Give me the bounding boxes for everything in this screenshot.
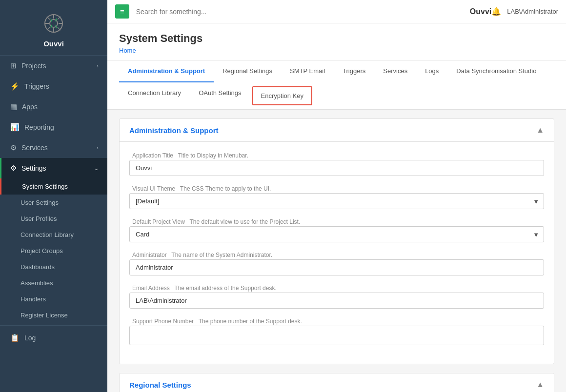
tab-encryption-key[interactable]: Encryption Key — [252, 86, 312, 105]
settings-arrow: ⌄ — [94, 165, 99, 172]
email-address-input[interactable] — [129, 293, 544, 309]
reporting-icon: 📊 — [10, 123, 20, 132]
topbar-right: 🔔 LAB\Administrator — [491, 7, 558, 16]
tab-oauth-settings[interactable]: OAuth Settings — [190, 82, 250, 109]
content: System Settings Home Administration & Su… — [107, 23, 566, 392]
main-area: ≡ Ouvvi 🔔 LAB\Administrator System Setti… — [107, 0, 566, 392]
triggers-icon: ⚡ — [10, 82, 20, 91]
log-icon: 📋 — [10, 333, 20, 342]
settings-icon: ⚙ — [10, 164, 17, 173]
content-header: System Settings Home — [107, 23, 566, 60]
field-default-project-view: Default Project View The default view to… — [129, 218, 544, 242]
regional-settings-panel-header: Regional Settings ▲ — [120, 373, 554, 392]
sidebar-sub-item-project-groups[interactable]: Project Groups — [0, 243, 107, 259]
tab-admin-support[interactable]: Administration & Support — [119, 60, 214, 82]
services-arrow: › — [97, 145, 99, 151]
regional-collapse-icon[interactable]: ▲ — [536, 380, 544, 389]
search-input[interactable] — [136, 8, 470, 16]
field-email-address-label: Email Address The email address of the S… — [129, 284, 544, 292]
sidebar-nav-item-triggers[interactable]: ⚡ Triggers — [0, 76, 107, 97]
default-project-view-wrapper: Card List Grid ▼ — [129, 226, 544, 242]
visual-ui-theme-select[interactable]: [Default] Dark Light Blue — [129, 193, 544, 209]
notification-icon[interactable]: 🔔 — [491, 7, 501, 16]
tab-triggers[interactable]: Triggers — [334, 60, 374, 82]
tabs-container: Administration & Support Regional Settin… — [107, 60, 566, 110]
sidebar-sub-item-connection-library[interactable]: Connection Library — [0, 227, 107, 243]
field-visual-ui-theme-label: Visual UI Theme The CSS Theme to apply t… — [129, 185, 544, 192]
sidebar-sub-item-handlers[interactable]: Handlers — [0, 291, 107, 307]
sidebar-sub-item-register-license[interactable]: Register License — [0, 307, 107, 323]
tab-logs[interactable]: Logs — [416, 60, 447, 82]
field-support-phone: Support Phone Number The phone number of… — [129, 317, 544, 345]
field-email-address: Email Address The email address of the S… — [129, 284, 544, 309]
field-default-project-view-label: Default Project View The default view to… — [129, 218, 544, 225]
tab-smtp-email[interactable]: SMTP Email — [281, 60, 334, 82]
field-visual-ui-theme: Visual UI Theme The CSS Theme to apply t… — [129, 185, 544, 209]
field-administrator-label: Administrator The name of the System Adm… — [129, 251, 544, 258]
svg-point-1 — [50, 20, 58, 27]
collapse-icon[interactable]: ▲ — [536, 126, 544, 135]
projects-arrow: › — [97, 63, 99, 69]
field-app-title: Application Title Title to Display in Me… — [129, 152, 544, 176]
breadcrumb: Home — [119, 47, 554, 54]
app-title-input[interactable] — [129, 160, 544, 176]
panel-header: Administration & Support ▲ — [120, 119, 554, 142]
tab-regional-settings[interactable]: Regional Settings — [214, 60, 281, 82]
sidebar-sub-item-system-settings[interactable]: System Settings — [0, 178, 107, 195]
app-logo-icon — [40, 10, 67, 37]
sidebar-sub-item-user-profiles[interactable]: User Profiles — [0, 211, 107, 227]
services-icon: ⚙ — [10, 143, 17, 152]
tab-services[interactable]: Services — [374, 60, 416, 82]
sidebar-logo: Ouvvi — [0, 0, 107, 56]
regional-settings-panel-title: Regional Settings — [129, 381, 191, 389]
panel-body: Application Title Title to Display in Me… — [120, 142, 554, 364]
administrator-input[interactable] — [129, 259, 544, 275]
page-title: System Settings — [119, 32, 554, 45]
tab-connection-library[interactable]: Connection Library — [119, 82, 190, 109]
sidebar-sub-item-assemblies[interactable]: Assemblies — [0, 275, 107, 291]
sidebar-nav-item-apps[interactable]: ▦ Apps — [0, 97, 107, 117]
topbar: ≡ Ouvvi 🔔 LAB\Administrator — [107, 0, 566, 23]
menu-button[interactable]: ≡ — [115, 4, 129, 19]
sidebar: Ouvvi ⊞ Projects › ⚡ Triggers ▦ Apps 📊 R… — [0, 0, 107, 392]
sidebar-nav-item-reporting[interactable]: 📊 Reporting — [0, 117, 107, 137]
field-support-phone-label: Support Phone Number The phone number of… — [129, 317, 544, 325]
visual-ui-theme-wrapper: [Default] Dark Light Blue ▼ — [129, 193, 544, 209]
sidebar-sub-item-user-settings[interactable]: User Settings — [0, 195, 107, 211]
field-administrator: Administrator The name of the System Adm… — [129, 251, 544, 275]
apps-icon: ▦ — [10, 102, 17, 111]
app-name: Ouvvi — [43, 39, 64, 48]
regional-settings-panel: Regional Settings ▲ — [119, 373, 554, 392]
admin-support-panel-title: Administration & Support — [129, 126, 219, 135]
field-app-title-label: Application Title Title to Display in Me… — [129, 152, 544, 159]
admin-support-panel: Administration & Support ▲ Application T… — [119, 118, 554, 364]
sidebar-nav-item-log[interactable]: 📋 Log — [0, 328, 107, 348]
default-project-view-select[interactable]: Card List Grid — [129, 226, 544, 242]
sidebar-nav-item-settings[interactable]: ⚙ Settings ⌄ — [0, 158, 107, 178]
sidebar-sub-item-dashboards[interactable]: Dashboards — [0, 259, 107, 275]
sidebar-nav-item-services[interactable]: ⚙ Services › — [0, 137, 107, 158]
support-phone-input[interactable] — [129, 326, 544, 345]
topbar-title: Ouvvi — [470, 7, 491, 16]
tab-data-sync[interactable]: Data Synchronisation Studio — [447, 60, 545, 82]
projects-icon: ⊞ — [10, 61, 17, 70]
breadcrumb-home[interactable]: Home — [119, 47, 136, 54]
user-label: LAB\Administrator — [507, 8, 558, 15]
sidebar-nav-item-projects[interactable]: ⊞ Projects › — [0, 56, 107, 76]
